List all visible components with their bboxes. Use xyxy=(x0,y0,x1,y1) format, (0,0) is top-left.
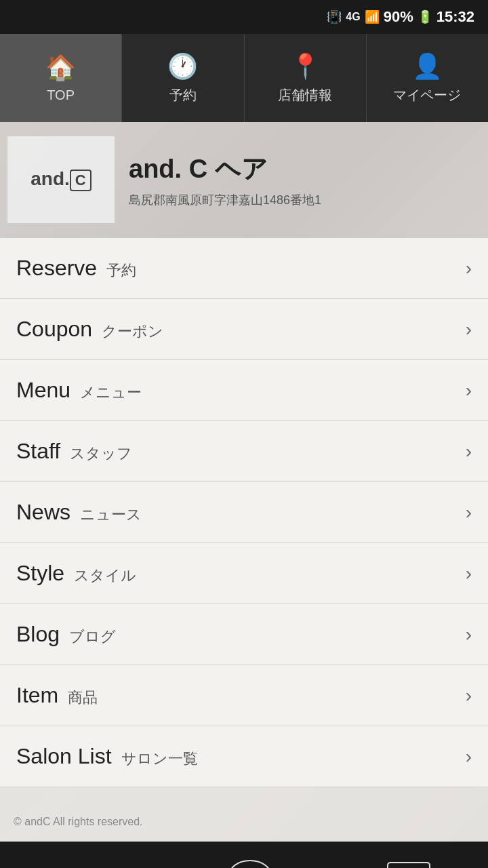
home-icon: 🏠 xyxy=(45,54,76,82)
copyright-text: © andC All rights reserved. xyxy=(14,816,143,828)
tab-reserve-label: 予約 xyxy=(169,86,197,104)
menu-item-reserve-ja: 予約 xyxy=(106,260,136,281)
menu-item-item-ja: 商品 xyxy=(68,688,98,708)
menu-item-coupon[interactable]: Coupon クーポン › xyxy=(0,299,488,360)
menu-item-salon-list-ja: サロン一覧 xyxy=(121,749,198,769)
menu-item-salon-list[interactable]: Salon List サロン一覧 › xyxy=(0,726,488,787)
status-icons: 📳 4G 📶 90% 🔋 15:32 xyxy=(327,8,474,26)
chevron-right-icon: › xyxy=(466,685,472,707)
clock-icon: 🕐 xyxy=(167,52,198,81)
menu-item-staff-left: Staff スタッフ xyxy=(16,439,132,464)
menu-item-news-ja: ニュース xyxy=(80,505,142,525)
salon-info: and. C ヘア 島尻郡南風原町字津嘉山1486番地1 xyxy=(129,152,474,208)
menu-item-item[interactable]: Item 商品 › xyxy=(0,665,488,726)
menu-item-coupon-ja: クーポン xyxy=(102,321,163,342)
menu-list: Reserve 予約 › Coupon クーポン › Menu メニュー › S… xyxy=(0,238,488,787)
menu-item-news-en: News xyxy=(16,500,70,525)
menu-item-item-en: Item xyxy=(16,683,58,708)
network-4g-icon: 4G xyxy=(346,11,360,23)
menu-item-blog-ja: ブログ xyxy=(69,627,116,647)
salon-header: and.C and. C ヘア 島尻郡南風原町字津嘉山1486番地1 xyxy=(0,122,488,238)
location-icon: 📍 xyxy=(290,52,321,81)
person-icon: 👤 xyxy=(412,52,443,81)
vibrate-icon: 📳 xyxy=(327,9,342,24)
back-button[interactable]: ◁ xyxy=(58,857,114,869)
main-content: and.C and. C ヘア 島尻郡南風原町字津嘉山1486番地1 Reser… xyxy=(0,122,488,842)
android-navigation-bar: ◁ xyxy=(0,842,488,868)
menu-item-reserve[interactable]: Reserve 予約 › xyxy=(0,238,488,299)
nav-tabs: 🏠 TOP 🕐 予約 📍 店舗情報 👤 マイページ xyxy=(0,34,488,122)
menu-item-staff-en: Staff xyxy=(16,439,60,464)
chevron-right-icon: › xyxy=(466,258,472,279)
chevron-right-icon: › xyxy=(466,624,472,646)
menu-item-coupon-en: Coupon xyxy=(16,317,92,342)
home-button[interactable] xyxy=(228,860,272,868)
menu-item-blog[interactable]: Blog ブログ › xyxy=(0,604,488,665)
signal-icon: 📶 xyxy=(365,9,380,24)
menu-item-blog-en: Blog xyxy=(16,622,60,647)
salon-logo: and.C xyxy=(7,136,115,224)
chevron-right-icon: › xyxy=(466,319,472,340)
menu-item-coupon-left: Coupon クーポン xyxy=(16,317,163,342)
tab-my-page[interactable]: 👤 マイページ xyxy=(367,34,488,122)
menu-item-menu-left: Menu メニュー xyxy=(16,378,142,403)
menu-item-salon-list-left: Salon List サロン一覧 xyxy=(16,744,198,769)
menu-item-reserve-left: Reserve 予約 xyxy=(16,256,136,281)
menu-item-blog-left: Blog ブログ xyxy=(16,622,116,647)
chevron-right-icon: › xyxy=(466,746,472,768)
chevron-right-icon: › xyxy=(466,441,472,462)
battery-percent: 90% xyxy=(384,8,413,26)
chevron-right-icon: › xyxy=(466,380,472,401)
salon-address: 島尻郡南風原町字津嘉山1486番地1 xyxy=(129,192,474,208)
menu-item-staff-ja: スタッフ xyxy=(70,443,132,464)
clock: 15:32 xyxy=(436,8,474,26)
footer: © andC All rights reserved. xyxy=(0,787,488,842)
menu-item-menu[interactable]: Menu メニュー › xyxy=(0,360,488,421)
menu-item-reserve-en: Reserve xyxy=(16,256,97,281)
menu-item-style-ja: スタイル xyxy=(74,566,136,586)
tab-reserve[interactable]: 🕐 予約 xyxy=(122,34,244,122)
tab-store-info-label: 店舗情報 xyxy=(278,86,332,104)
menu-item-item-left: Item 商品 xyxy=(16,683,98,708)
menu-item-staff[interactable]: Staff スタッフ › xyxy=(0,421,488,482)
tab-store-info[interactable]: 📍 店舗情報 xyxy=(245,34,367,122)
chevron-right-icon: › xyxy=(466,563,472,585)
menu-item-style[interactable]: Style スタイル › xyxy=(0,543,488,604)
menu-item-news[interactable]: News ニュース › xyxy=(0,482,488,543)
menu-item-style-en: Style xyxy=(16,561,64,586)
status-bar: 📳 4G 📶 90% 🔋 15:32 xyxy=(0,0,488,34)
chevron-right-icon: › xyxy=(466,502,472,524)
menu-item-menu-en: Menu xyxy=(16,378,70,403)
salon-name: and. C ヘア xyxy=(129,152,474,186)
menu-item-menu-ja: メニュー xyxy=(80,382,142,403)
tab-top[interactable]: 🏠 TOP xyxy=(0,34,122,122)
recents-button[interactable] xyxy=(387,862,430,868)
menu-item-style-left: Style スタイル xyxy=(16,561,136,586)
tab-top-label: TOP xyxy=(47,87,75,103)
battery-icon: 🔋 xyxy=(418,9,432,24)
menu-item-news-left: News ニュース xyxy=(16,500,142,525)
menu-item-salon-list-en: Salon List xyxy=(16,744,112,769)
tab-my-page-label: マイページ xyxy=(393,86,461,104)
